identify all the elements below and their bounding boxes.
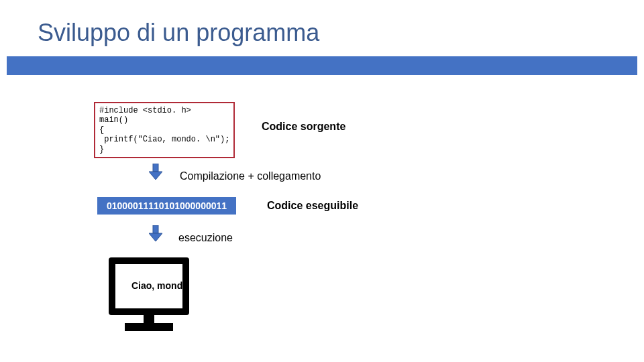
source-code-text: #include <stdio. h> main() { printf("Cia…	[99, 106, 229, 154]
compile-step-label: Compilazione + collegamento	[180, 170, 321, 182]
source-code-label: Codice sorgente	[262, 121, 345, 133]
svg-rect-7	[125, 323, 173, 331]
monitor-icon	[95, 253, 203, 341]
svg-rect-6	[144, 315, 154, 323]
title-underline-bar	[7, 56, 637, 75]
arrow-down-icon	[149, 225, 162, 243]
svg-marker-3	[149, 233, 162, 241]
binary-code-box: 01000011110101000000011	[97, 197, 236, 215]
svg-rect-0	[153, 164, 158, 172]
svg-rect-2	[153, 225, 158, 233]
page-title: Sviluppo di un programma	[38, 19, 319, 47]
arrow-down-icon	[149, 164, 162, 181]
executable-label: Codice eseguibile	[267, 200, 358, 212]
execution-step-label: esecuzione	[178, 232, 233, 244]
source-code-box: #include <stdio. h> main() { printf("Cia…	[94, 102, 235, 158]
svg-marker-1	[149, 172, 162, 180]
monitor-output-text: Ciao, mondo	[131, 280, 189, 291]
